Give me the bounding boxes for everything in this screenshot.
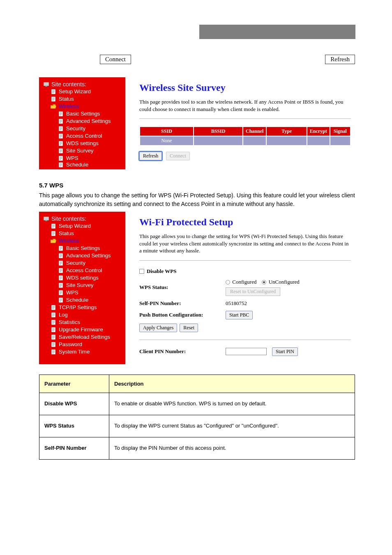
- folder-open-icon: [51, 104, 56, 109]
- sidebar-item-status[interactable]: Status: [59, 95, 74, 103]
- disable-wps-checkbox[interactable]: [139, 269, 144, 274]
- page-icon: [58, 268, 64, 273]
- th-type: Type: [267, 127, 307, 136]
- sidebar-item-wps[interactable]: WPS: [66, 289, 78, 296]
- sidebar-item-tcpip[interactable]: TCP/IP Settings: [59, 304, 97, 311]
- svg-rect-5: [59, 119, 63, 124]
- apply-changes-button[interactable]: Apply Changes: [139, 324, 177, 332]
- selfpin-value: 05180752: [226, 300, 351, 307]
- client-pin-input[interactable]: [226, 348, 267, 355]
- folder-open-icon: [51, 238, 56, 243]
- svg-rect-13: [45, 220, 47, 221]
- cell-none: None: [140, 136, 193, 145]
- sidebar-item-access-control[interactable]: Access Control: [66, 132, 102, 140]
- sidebar-item-security[interactable]: Security: [66, 125, 85, 132]
- svg-rect-21: [59, 283, 63, 288]
- connect-button[interactable]: Connect: [166, 152, 190, 160]
- svg-rect-28: [51, 335, 55, 340]
- sidebar-item-status[interactable]: Status: [59, 230, 74, 237]
- sidebar-item-log[interactable]: Log: [59, 311, 68, 319]
- page-icon: [58, 283, 64, 288]
- radio-configured[interactable]: [226, 280, 230, 284]
- sidebar-item-site-survey[interactable]: Site Survey: [66, 147, 93, 155]
- sidebar-item-system-time[interactable]: System Time: [59, 348, 90, 356]
- th-signal: Signal: [330, 127, 350, 136]
- svg-rect-1: [45, 86, 47, 87]
- reset-button[interactable]: Reset: [180, 324, 198, 332]
- page-icon: [58, 162, 64, 167]
- svg-rect-14: [51, 224, 55, 229]
- site-contents-label: Site contents:: [51, 215, 86, 222]
- sidebar-item-wireless[interactable]: Wireless: [59, 237, 79, 245]
- sidebar-item-wireless[interactable]: Wireless: [59, 103, 79, 110]
- table-row: None: [140, 136, 350, 145]
- sidebar-item-access-control[interactable]: Access Control: [66, 267, 102, 274]
- page-icon: [58, 253, 64, 258]
- table-row: WPS Status To display the WPS current St…: [39, 415, 355, 437]
- header-gray-bar: [199, 25, 355, 39]
- sidebar-item-wps[interactable]: WPS: [66, 155, 78, 162]
- svg-rect-4: [59, 111, 63, 116]
- button-illustration-row: Connect Refresh: [39, 55, 355, 67]
- sidebar-item-setup-wizard[interactable]: Setup Wizard: [59, 88, 91, 95]
- survey-table: SSID BSSID Channel Type Encrypt Signal N…: [139, 126, 351, 146]
- svg-rect-11: [59, 162, 63, 167]
- sidebar-item-advanced-settings[interactable]: Advanced Settings: [66, 118, 111, 125]
- table-row: Disable WPS To enable or disable WPS fun…: [39, 393, 355, 415]
- sidebar-nav-bottom: Site contents: Setup Wizard Status Wirel…: [39, 212, 125, 364]
- start-pbc-button[interactable]: Start PBC: [226, 311, 253, 319]
- sidebar-item-save-reload[interactable]: Save/Reload Settings: [59, 333, 110, 341]
- svg-rect-10: [59, 156, 63, 161]
- sidebar-item-security[interactable]: Security: [66, 259, 85, 267]
- page-icon: [58, 290, 64, 295]
- sidebar-item-schedule[interactable]: Schedule: [66, 296, 88, 304]
- connect-label: Connect: [105, 56, 126, 62]
- param-desc: To display the PIN Number of this access…: [109, 437, 355, 459]
- sidebar-item-advanced-settings[interactable]: Advanced Settings: [66, 252, 111, 259]
- sidebar-item-wds-settings[interactable]: WDS settings: [66, 140, 99, 147]
- svg-rect-15: [51, 231, 55, 236]
- param-name: Self-PIN Number: [39, 437, 109, 459]
- wps-screenshot: Site contents: Setup Wizard Status Wirel…: [39, 212, 355, 364]
- page-icon: [58, 141, 64, 146]
- site-survey-screenshot: Site contents: Setup Wizard Status Wirel…: [39, 77, 355, 169]
- sidebar-item-site-survey[interactable]: Site Survey: [66, 282, 93, 289]
- page-icon: [51, 224, 56, 229]
- page-icon: [58, 119, 64, 124]
- start-pin-button[interactable]: Start PIN: [272, 347, 298, 356]
- page-icon: [51, 305, 56, 310]
- page-icon: [58, 261, 64, 266]
- reset-unconfigured-button[interactable]: Reset to UnConfigured: [226, 287, 280, 296]
- refresh-label: Refresh: [330, 56, 350, 62]
- param-desc: To display the WPS current Status as "Co…: [109, 415, 355, 437]
- sidebar-item-setup-wizard[interactable]: Setup Wizard: [59, 222, 91, 230]
- sidebar-item-statistics[interactable]: Statistics: [59, 319, 80, 326]
- th-description: Description: [109, 375, 355, 393]
- sidebar-item-basic-settings[interactable]: Basic Settings: [66, 245, 100, 252]
- page-icon: [51, 342, 56, 347]
- site-survey-title: Wireless Site Survey: [139, 82, 351, 93]
- page-icon: [51, 327, 56, 332]
- wps-section-heading: 5.7 WPS: [39, 182, 355, 189]
- client-pin-label: Client PIN Number:: [139, 348, 226, 355]
- svg-rect-23: [59, 298, 63, 303]
- page-icon: [58, 246, 64, 251]
- page-icon: [51, 320, 56, 325]
- refresh-button[interactable]: Refresh: [139, 152, 162, 160]
- th-encrypt: Encrypt: [307, 127, 330, 136]
- wps-desc: This page allows you to change the setti…: [139, 233, 351, 254]
- sidebar-item-upgrade-firmware[interactable]: Upgrade Firmware: [59, 326, 103, 333]
- svg-rect-16: [59, 246, 63, 251]
- svg-rect-19: [59, 268, 63, 273]
- radio-unconfigured-label: UnConfigured: [269, 279, 300, 285]
- sidebar-item-password[interactable]: Password: [59, 341, 82, 348]
- param-desc: To enable or disable WPS function. WPS i…: [109, 393, 355, 415]
- svg-rect-3: [51, 97, 55, 102]
- divider: [139, 118, 351, 119]
- sidebar-item-basic-settings[interactable]: Basic Settings: [66, 110, 100, 118]
- sidebar-item-wds-settings[interactable]: WDS settings: [66, 274, 99, 282]
- svg-rect-0: [44, 82, 49, 86]
- sidebar-item-schedule[interactable]: Schedule: [66, 162, 88, 168]
- radio-unconfigured[interactable]: [262, 280, 266, 284]
- radio-configured-label: Configured: [232, 279, 256, 285]
